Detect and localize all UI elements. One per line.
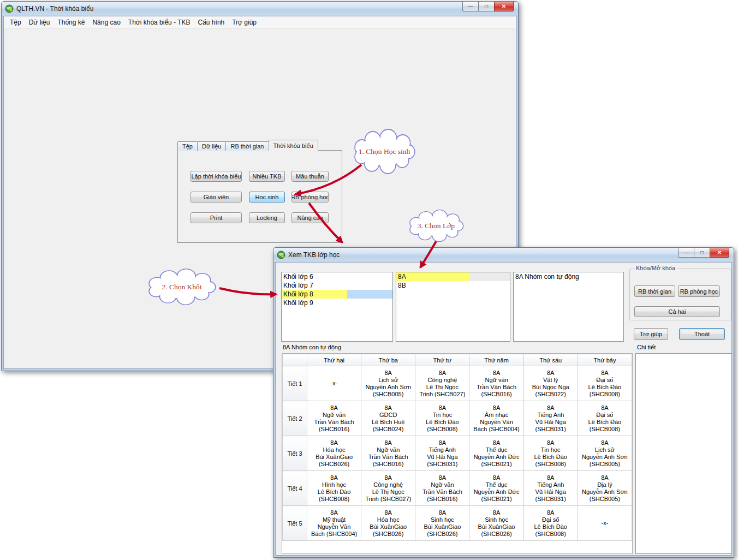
timetable-row-tiet-1: Tiết 1-x-8ALịch sửNguyễn Anh Sơn(SHCB005… <box>283 366 632 401</box>
panel-button-mau-thuan[interactable]: Mâu thuẫn <box>291 171 329 182</box>
timetable-cell: 8AÂm nhạcNguyễn VănBách (SHCB004) <box>469 401 523 436</box>
timetable-grid: Thứ haiThứ baThứ tưThứ nămThứ sáuThứ bảy… <box>282 353 633 554</box>
maximize-icon[interactable]: □ <box>694 248 710 258</box>
timetable-cell: 8ANgữ vănTrần Văn Bách(SHCB016) <box>469 366 523 401</box>
period-label-tiet-4: Tiết 4 <box>283 471 307 506</box>
menu-item-tro-giup[interactable]: Trợ giúp <box>228 17 260 27</box>
period-label-tiet-1: Tiết 1 <box>283 366 307 401</box>
dialog-window-controls: — □ ✕ <box>678 248 729 258</box>
timetable-cell: 8AĐại sốLê Bích Đào(SHCB008) <box>578 401 632 436</box>
xem-tkb-dialog: Xem TKB lớp học — □ ✕ Khối lớp 6Khối lớp… <box>273 247 734 558</box>
timetable-cell: 8ANgữ vănTrần Văn Bách(SHCB016) <box>415 471 469 506</box>
group-listbox: 8A Nhóm con tự động <box>513 272 624 342</box>
panel-button-lap-thoi-khoa-bieu[interactable]: Lập thời khóa biểu <box>191 171 242 182</box>
menu-item-du-lieu[interactable]: Dữ liệu <box>25 17 54 27</box>
lock-button-rb-thoi-gian[interactable]: RB thời gian <box>634 285 675 297</box>
day-header-thu-nam: Thứ năm <box>469 354 523 366</box>
period-label-tiet-5: Tiết 5 <box>283 506 307 541</box>
timetable-cell: 8AThể dụcNguyễn Anh Đức(SHCB021) <box>469 471 523 506</box>
day-header-thu-hai: Thứ hai <box>307 354 361 366</box>
list-item-8a[interactable]: 8A <box>396 272 510 281</box>
list-item-khoi-lop-7[interactable]: Khối lớp 7 <box>282 281 392 290</box>
timetable-cell: 8ANgữ vănTrần Văn Bách(SHCB016) <box>361 436 415 471</box>
close-icon[interactable]: ✕ <box>494 2 514 11</box>
timetable-cell: 8AThể dụcNguyễn Anh Đức(SHCB021) <box>469 436 523 471</box>
timetable-cell: -x- <box>307 366 361 401</box>
timetable-cell: 8ATiếng AnhVũ Hải Nga(SHCB031) <box>523 401 578 436</box>
detail-listbox[interactable] <box>635 353 732 554</box>
list-item-khoi-lop-9[interactable]: Khối lớp 9 <box>282 299 392 307</box>
tab-tep[interactable]: Tệp <box>177 141 198 151</box>
day-header-thu-ba: Thứ ba <box>361 354 415 366</box>
main-window-title: QLTH.VN - Thời khóa biểu <box>16 5 93 13</box>
timetable-cell: 8AHóa họcBùi XuânGiao(SHCB026) <box>307 436 361 471</box>
menubar: TệpDữ liệuThống kêNâng caoThời khóa biểu… <box>4 16 516 28</box>
close-icon[interactable]: ✕ <box>710 248 729 258</box>
list-item-8b[interactable]: 8B <box>396 281 510 290</box>
main-titlebar[interactable]: QLTH.VN - Thời khóa biểu <box>2 2 518 15</box>
selected-group-caption: 8A Nhóm con tự động <box>283 344 341 350</box>
period-label-tiet-3: Tiết 3 <box>283 436 307 471</box>
lock-group-title: Khóa/Mở khóa <box>634 265 677 271</box>
period-label-tiet-2: Tiết 2 <box>283 401 307 436</box>
panel-button-locking[interactable]: Locking <box>249 212 285 223</box>
day-header-thu-bay: Thứ bảy <box>578 354 632 366</box>
timetable-cell: 8ATin họcLê Bích Đào(SHCB008) <box>523 436 578 471</box>
menu-item-tep[interactable]: Tệp <box>6 17 25 27</box>
timetable-cell: 8AĐại sốLê Bích Đào(SHCB008) <box>523 506 578 541</box>
list-item-khoi-lop-6[interactable]: Khối lớp 6 <box>282 272 392 281</box>
tab-rb-thoi-gian[interactable]: RB thời gian <box>225 141 269 151</box>
main-window-controls: — □ ✕ <box>462 2 514 11</box>
menu-item-nang-cao[interactable]: Nâng cao <box>88 17 124 27</box>
timetable-cell: 8ANgữ vănTrần Văn Bách(SHCB016) <box>307 401 361 436</box>
timetable-cell: 8ACông nghệLê Thị NgọcTrinh (SHCB027) <box>361 471 415 506</box>
lock-groupbox: Khóa/Mở khóa RB thời gianRB phòng họcCả … <box>629 269 731 320</box>
panel-button-nhieu-tkb[interactable]: Nhiều TKB <box>249 171 285 182</box>
menu-item-cau-hinh[interactable]: Cấu hình <box>194 17 229 27</box>
timetable-row-tiet-5: Tiết 58AMỹ thuậtNguyễn VănBách (SHCB004)… <box>283 506 632 541</box>
timetable-cell: -x- <box>578 506 632 541</box>
list-item-khoi-lop-8[interactable]: Khối lớp 8 <box>282 290 392 299</box>
tkb-tab-control: TệpDữ liệuRB thời gianThời khóa biểu Lập… <box>177 140 342 243</box>
app-icon <box>5 4 14 13</box>
menu-item-thong-ke[interactable]: Thống kê <box>53 17 88 27</box>
exit-button[interactable]: Thoát <box>679 328 725 340</box>
tab-du-lieu[interactable]: Dữ liệu <box>197 141 227 151</box>
timetable-cell: 8ATiếng AnhVũ Hải Nga(SHCB031) <box>523 471 578 506</box>
minimize-icon[interactable]: — <box>678 248 694 258</box>
lock-button-ca-hai[interactable]: Cả hai <box>634 306 720 317</box>
tab-thoi-khoa-bieu[interactable]: Thời khóa biểu <box>269 140 318 151</box>
tkb-tab-panel: Lập thời khóa biểuNhiều TKBMâu thuẫnGiáo… <box>177 150 342 243</box>
minimize-icon[interactable]: — <box>462 2 478 11</box>
timetable-cell: 8ALịch sửNguyễn Anh Sơn(SHCB005) <box>361 366 415 401</box>
timetable-cell: 8ATiếng AnhVũ Hải Nga(SHCB031) <box>415 436 469 471</box>
timetable-cell: 8ASinh họcBùi XuânGiao(SHCB026) <box>469 506 523 541</box>
maximize-icon[interactable]: □ <box>478 2 494 11</box>
timetable-row-tiet-4: Tiết 48AHình họcLê Bích Đào(SHCB008)8ACô… <box>283 471 632 506</box>
grade-listbox: Khối lớp 6Khối lớp 7Khối lớp 8Khối lớp 9 <box>281 272 393 342</box>
timetable-cell: 8AĐịa lýNguyễn Anh Sơn(SHCB005) <box>578 471 632 506</box>
detail-label: Chi tiết <box>637 344 656 350</box>
day-header-thu-tu: Thứ tư <box>415 354 469 366</box>
timetable-cell: 8AGDCDLê Bích Huệ(SHCB024) <box>361 401 415 436</box>
timetable-cell: 8ATin họcLê Bích Đào(SHCB008) <box>415 401 469 436</box>
panel-button-giao-vien[interactable]: Giáo viên <box>191 192 242 202</box>
list-item-8a-nhom-con-tu-ong[interactable]: 8A Nhóm con tự động <box>514 272 623 281</box>
tabstrip: TệpDữ liệuRB thời gianThời khóa biểu <box>177 140 342 151</box>
timetable-row-tiet-3: Tiết 38AHóa họcBùi XuânGiao(SHCB026)8ANg… <box>283 436 632 471</box>
day-header-thu-sau: Thứ sáu <box>523 354 578 366</box>
help-button[interactable]: Trợ giúp <box>634 328 668 340</box>
timetable-cell: 8AHóa họcBùi XuânGiao(SHCB026) <box>361 506 415 541</box>
panel-button-nang-cao[interactable]: Nâng cao <box>291 212 329 223</box>
timetable-cell: 8ACông nghệLê Thị NgọcTrinh (SHCB027) <box>415 366 469 401</box>
panel-button-rb-phong-hoc[interactable]: RB phòng học <box>291 192 329 202</box>
timetable-cell: 8AMỹ thuậtNguyễn VănBách (SHCB004) <box>307 506 361 541</box>
menu-item-thoi-khoa-bieu-tkb[interactable]: Thời khóa biểu - TKB <box>124 17 194 27</box>
timetable-cell: 8AHình họcLê Bích Đào(SHCB008) <box>307 471 361 506</box>
panel-button-print[interactable]: Print <box>191 212 242 223</box>
panel-button-hoc-sinh[interactable]: Học sinh <box>249 192 285 202</box>
timetable-corner <box>283 354 307 366</box>
lock-button-rb-phong-hoc[interactable]: RB phòng học <box>678 285 720 297</box>
timetable-cell: 8ASinh họcBùi XuânGiao(SHCB026) <box>415 506 469 541</box>
dialog-titlebar[interactable]: Xem TKB lớp học <box>273 248 734 261</box>
